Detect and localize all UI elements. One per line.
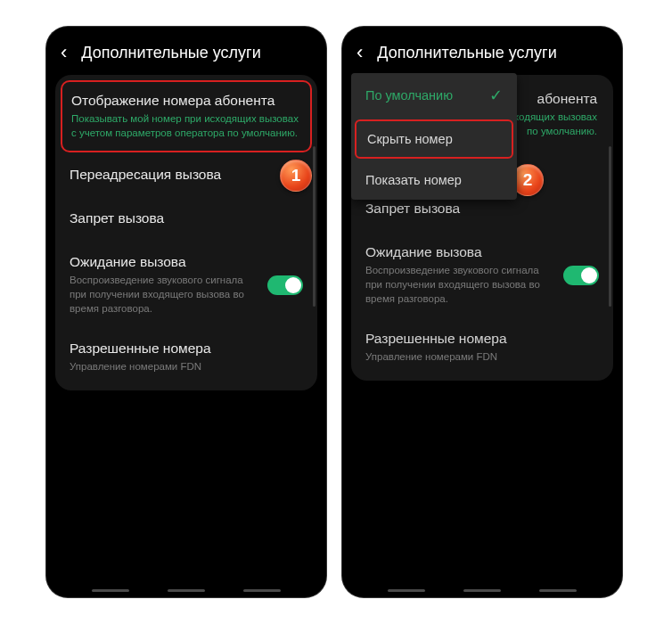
item-barring[interactable]: Запрет вызова — [55, 198, 317, 242]
toggle-waiting[interactable] — [267, 275, 303, 295]
popup-option-show[interactable]: Показать номер — [351, 160, 517, 200]
back-icon[interactable]: ‹ — [356, 43, 363, 62]
item-desc: Управление номерами FDN — [365, 349, 599, 364]
header: ‹ Дополнительные услуги — [46, 27, 326, 75]
option-label: Показать номер — [365, 173, 462, 187]
nav-recent[interactable] — [92, 589, 129, 592]
item-caller-id[interactable]: Отображение номера абонента Показывать м… — [61, 80, 312, 152]
option-label: По умолчанию — [365, 88, 453, 103]
item-desc: Управление номерами FDN — [70, 359, 303, 374]
item-title: Ожидание вызова — [365, 244, 554, 260]
item-fdn[interactable]: Разрешенные номера Управление номерами F… — [55, 328, 317, 386]
item-desc: Показывать мой номер при исходящих вызов… — [71, 111, 301, 140]
item-title: Запрет вызова — [365, 201, 599, 217]
popup-option-hide[interactable]: Скрыть номер — [355, 119, 513, 159]
check-icon: ✓ — [489, 86, 503, 105]
item-title: Разрешенные номера — [365, 331, 599, 347]
item-desc: Воспроизведение звукового сигнала при по… — [365, 263, 554, 306]
phone-left: ‹ Дополнительные услуги Отображение номе… — [46, 27, 326, 597]
back-icon[interactable]: ‹ — [61, 43, 67, 62]
page-title: Дополнительные услуги — [81, 44, 260, 62]
nav-back[interactable] — [243, 589, 281, 592]
page-title: Дополнительные услуги — [377, 44, 556, 62]
item-title: Запрет вызова — [70, 210, 303, 226]
nav-recent[interactable] — [388, 589, 425, 592]
toggle-waiting[interactable] — [563, 266, 599, 285]
item-title: Отображение номера абонента — [71, 93, 301, 109]
header: ‹ Дополнительные услуги — [342, 27, 622, 75]
nav-home[interactable] — [168, 589, 205, 592]
phone-right: ‹ Дополнительные услуги абонента ходящих… — [342, 27, 622, 597]
caller-id-popup: По умолчанию ✓ Скрыть номер Показать ном… — [351, 73, 517, 200]
item-title: Ожидание вызова — [70, 254, 258, 270]
step-badge-1: 1 — [280, 160, 312, 192]
item-forward[interactable]: Переадресация вызова 1 — [55, 154, 317, 198]
nav-back[interactable] — [539, 589, 577, 592]
item-title: Переадресация вызова — [70, 167, 303, 183]
item-waiting[interactable]: Ожидание вызова Воспроизведение звуковог… — [351, 232, 613, 318]
item-fdn[interactable]: Разрешенные номера Управление номерами F… — [351, 318, 613, 376]
option-label: Скрыть номер — [367, 132, 453, 146]
item-desc: Воспроизведение звукового сигнала при по… — [70, 273, 258, 316]
nav-bar — [342, 589, 622, 592]
popup-option-default[interactable]: По умолчанию ✓ — [351, 73, 517, 118]
nav-home[interactable] — [463, 589, 501, 592]
nav-bar — [46, 589, 326, 592]
item-title: Разрешенные номера — [70, 341, 303, 357]
settings-list: Отображение номера абонента Показывать м… — [55, 75, 317, 390]
item-waiting[interactable]: Ожидание вызова Воспроизведение звуковог… — [55, 242, 317, 328]
